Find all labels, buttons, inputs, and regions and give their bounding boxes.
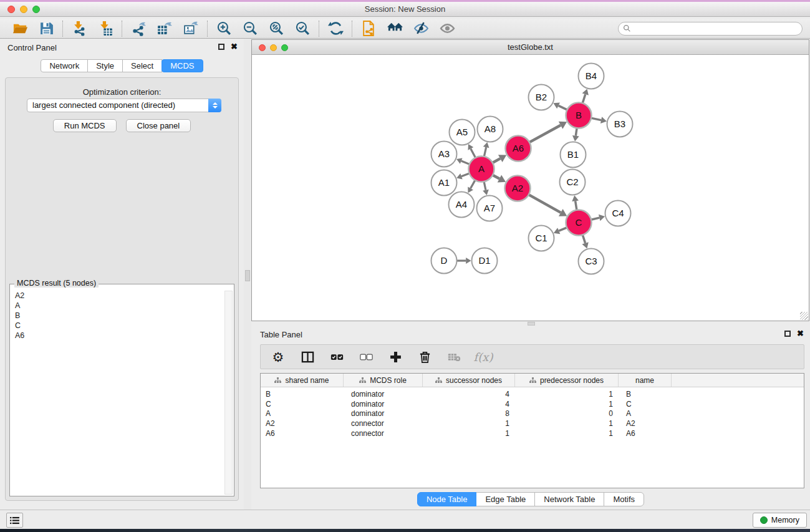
export-table-icon[interactable] xyxy=(157,21,173,37)
open-session-icon[interactable] xyxy=(12,21,28,37)
edge-arrowhead xyxy=(483,142,489,148)
table-cell: 1 xyxy=(515,400,619,409)
criterion-value: largest connected component (directed) xyxy=(32,100,175,110)
tab-style[interactable]: Style xyxy=(87,59,123,72)
criterion-dropdown[interactable]: largest connected component (directed) xyxy=(27,99,221,112)
title-bar: Session: New Session xyxy=(0,0,810,17)
zoom-out-icon[interactable] xyxy=(242,21,258,37)
table-row[interactable]: A6connector11A6 xyxy=(261,428,804,438)
search-input[interactable] xyxy=(631,24,798,34)
mcds-result-item[interactable]: B xyxy=(15,311,229,321)
mcds-result-item[interactable]: A xyxy=(15,301,229,311)
toolbar-group xyxy=(63,21,122,37)
mcds-result-item[interactable]: A6 xyxy=(15,331,229,341)
hide-eye-icon[interactable] xyxy=(413,21,429,37)
column-label: successor nodes xyxy=(446,376,502,385)
delete-column-icon[interactable] xyxy=(417,349,433,365)
mcds-result-item[interactable]: A2 xyxy=(15,291,229,301)
zoom-fit-icon[interactable] xyxy=(268,21,284,37)
table-cell: A6 xyxy=(619,429,672,438)
network-canvas[interactable]: B4B2BB3A8A5A6A3B1AC2A1A2A4A7C4CC1C3DD1 xyxy=(252,56,809,321)
column-label: MCDS role xyxy=(370,376,407,385)
import-table-icon[interactable] xyxy=(97,21,113,37)
zoom-selected-icon[interactable] xyxy=(294,21,311,37)
column-layout-icon[interactable] xyxy=(299,349,316,365)
network-close-button[interactable] xyxy=(259,44,266,51)
network-minimize-button[interactable] xyxy=(270,44,277,51)
table-close-panel-icon[interactable]: ✖ xyxy=(797,330,804,337)
import-network-icon[interactable] xyxy=(71,21,87,37)
network-from-file-icon[interactable] xyxy=(360,21,377,37)
deselect-all-icon[interactable] xyxy=(358,349,374,365)
close-panel-button[interactable]: Close panel xyxy=(126,119,191,132)
node-label-C1: C1 xyxy=(535,233,547,243)
column-header-MCDS-role[interactable]: MCDS role xyxy=(344,374,423,387)
node-table[interactable]: shared nameMCDS rolesuccessor nodesprede… xyxy=(260,373,804,488)
column-header-successor-nodes[interactable]: successor nodes xyxy=(423,374,515,387)
node-label-B: B xyxy=(576,110,582,120)
table-cell: dominator xyxy=(344,409,423,418)
select-all-icon[interactable] xyxy=(329,349,345,365)
control-panel-title: Control Panel xyxy=(7,43,57,52)
desktop-edge xyxy=(0,529,810,532)
export-image-icon[interactable] xyxy=(183,21,199,37)
vertical-split-handle[interactable] xyxy=(245,270,250,281)
save-session-icon[interactable] xyxy=(38,21,54,37)
network-window-titlebar[interactable]: testGlobe.txt xyxy=(252,40,809,55)
mcds-result-item[interactable]: C xyxy=(15,321,229,331)
minimize-window-button[interactable] xyxy=(20,6,27,13)
home-icon[interactable] xyxy=(387,21,403,37)
zoom-in-icon[interactable] xyxy=(216,21,232,37)
table-cell: C xyxy=(261,400,344,409)
run-mcds-button[interactable]: Run MCDS xyxy=(53,119,117,132)
table-cell: A xyxy=(261,409,344,418)
memory-button[interactable]: Memory xyxy=(753,513,807,528)
table-panel-title: Table Panel xyxy=(260,330,302,339)
vertical-split-divider[interactable] xyxy=(244,39,251,510)
zoom-window-button[interactable] xyxy=(32,6,40,13)
mcds-result-list[interactable]: A2ABCA6 xyxy=(11,285,233,495)
tab-select[interactable]: Select xyxy=(122,59,162,72)
application-window: Session: New Session Control Panel ✖ Net… xyxy=(0,0,810,532)
edge-A2-C[interactable] xyxy=(528,194,561,213)
table-row[interactable]: Cdominator41C xyxy=(261,399,804,409)
table-toolbar: ⚙f(x) xyxy=(260,344,804,369)
tab-network[interactable]: Network xyxy=(41,59,88,72)
table-tab-motifs[interactable]: Motifs xyxy=(604,492,644,506)
table-row[interactable]: Adominator80A xyxy=(261,409,804,419)
settings-gear-icon[interactable]: ⚙ xyxy=(270,349,286,365)
column-header-predecessor-nodes[interactable]: predecessor nodes xyxy=(515,374,619,387)
node-label-A6: A6 xyxy=(513,143,524,153)
column-header-name[interactable]: name xyxy=(619,374,672,387)
table-row[interactable]: Bdominator41B xyxy=(261,389,804,399)
table-tab-edge-table[interactable]: Edge Table xyxy=(476,492,535,506)
column-header-shared-name[interactable]: shared name xyxy=(261,374,344,387)
show-eye-icon[interactable] xyxy=(439,21,455,37)
search-icon xyxy=(623,24,631,32)
table-tab-node-table[interactable]: Node Table xyxy=(417,492,477,506)
edge-A6-B[interactable] xyxy=(528,125,561,143)
table-row[interactable]: A2connector11A2 xyxy=(261,418,804,428)
table-tab-network-table[interactable]: Network Table xyxy=(534,492,604,506)
toolbar-group xyxy=(319,21,352,37)
float-panel-icon[interactable] xyxy=(218,44,224,50)
task-history-button[interactable] xyxy=(6,513,23,528)
add-column-icon[interactable] xyxy=(387,349,403,365)
close-window-button[interactable] xyxy=(7,6,15,13)
function-builder-icon: f(x) xyxy=(475,349,491,365)
control-panel-header: Control Panel ✖ xyxy=(0,39,244,55)
result-scrollbar[interactable] xyxy=(224,291,233,495)
tab-mcds[interactable]: MCDS xyxy=(162,59,203,72)
network-zoom-button[interactable] xyxy=(281,44,288,51)
node-label-D: D xyxy=(441,255,448,266)
window-resize-grip[interactable] xyxy=(800,312,808,320)
node-label-B1: B1 xyxy=(567,149,579,160)
search-box[interactable] xyxy=(618,22,803,36)
export-network-icon[interactable] xyxy=(130,21,147,37)
table-cell: 0 xyxy=(515,409,619,418)
network-graph[interactable]: B4B2BB3A8A5A6A3B1AC2A1A2A4A7C4CC1C3DD1 xyxy=(252,56,809,321)
refresh-icon[interactable] xyxy=(327,21,344,37)
close-panel-icon[interactable]: ✖ xyxy=(231,43,238,51)
node-label-A7: A7 xyxy=(484,203,495,213)
table-float-panel-icon[interactable] xyxy=(784,331,791,337)
